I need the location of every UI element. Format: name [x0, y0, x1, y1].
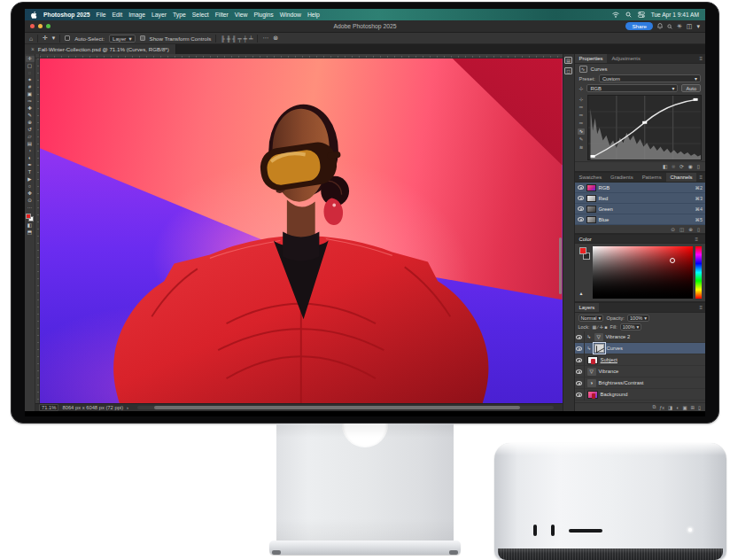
panel-menu-icon[interactable]: ≡ [692, 237, 701, 242]
gray-point-eyedropper-icon[interactable]: ✑ [578, 113, 585, 119]
menu-item-layer[interactable]: Layer [151, 12, 167, 18]
fill-field[interactable]: 100% ▾ [620, 323, 642, 331]
layer-row-vibrance[interactable]: ▽ Vibrance [575, 366, 705, 377]
show-transform-controls-checkbox[interactable] [140, 35, 145, 41]
dodge-tool[interactable]: ◐ [26, 155, 35, 161]
menu-item-select[interactable]: Select [192, 12, 209, 18]
blur-tool[interactable]: ◔ [26, 148, 35, 154]
collapsed-comments-panel-icon[interactable]: ◻ [564, 67, 572, 74]
canvas-horizontal-scrollbar[interactable] [137, 406, 554, 409]
workspace-switcher-icon[interactable]: ◫ [687, 23, 693, 30]
save-selection-icon[interactable]: ◫ [680, 227, 684, 232]
visibility-eye-icon[interactable] [578, 196, 584, 200]
minimize-window-button[interactable] [38, 24, 43, 28]
canvas-vertical-scrollbar[interactable] [559, 237, 562, 294]
zoom-tool[interactable]: ⊙ [26, 198, 35, 204]
hand-tool[interactable]: ✥ [26, 191, 35, 197]
target-adjust-icon[interactable]: ⊹ [578, 97, 585, 103]
menu-item-help[interactable]: Help [307, 12, 320, 18]
healing-brush-tool[interactable]: ✚ [26, 105, 35, 112]
close-tab-icon[interactable]: × [31, 46, 35, 52]
menu-item-file[interactable]: File [97, 12, 106, 18]
channel-dropdown[interactable]: RGB ▾ [586, 84, 678, 92]
layer-row-curves[interactable]: ↳ Curves [575, 343, 705, 354]
control-center-icon[interactable] [638, 12, 645, 18]
gradient-tool[interactable]: ▤ [26, 141, 35, 147]
curves-editor[interactable] [587, 95, 702, 160]
tab-color[interactable]: Color [579, 237, 592, 242]
status-chevron-icon[interactable]: › [127, 405, 128, 410]
history-brush-tool[interactable]: ↺ [26, 127, 35, 133]
hue-slider[interactable] [695, 246, 702, 299]
targeted-adjustment-icon[interactable]: ⊹ [579, 86, 584, 91]
notifications-bell-icon[interactable] [657, 23, 663, 29]
screen-mode-icon[interactable]: ⬒ [26, 229, 35, 236]
lock-icons[interactable]: ▦ ∕ ✛ ■ [592, 324, 607, 330]
foreground-color-swatch[interactable] [579, 247, 586, 254]
visibility-eye-icon[interactable] [575, 354, 585, 366]
draw-curve-pencil-icon[interactable]: ✎ [578, 136, 585, 143]
canvas[interactable] [40, 58, 563, 403]
panel-menu-icon[interactable]: ≡ [696, 173, 705, 182]
document-tab[interactable]: × Fall-Winter-Collection.psd @ 71.1% (Cu… [25, 44, 176, 54]
zoom-window-button[interactable] [46, 24, 50, 28]
channel-row-blue[interactable]: Blue ⌘5 [575, 214, 705, 225]
alignment-icons[interactable]: ╟ ╫ ╢ ╤ ╪ ╧ [221, 35, 252, 42]
new-channel-icon[interactable]: ⊕ [688, 227, 693, 232]
eyedropper-tool[interactable]: ✑ [26, 98, 35, 105]
tab-swatches[interactable]: Swatches [575, 173, 607, 182]
frame-tool[interactable]: ▣ [26, 91, 35, 97]
channel-row-red[interactable]: Red ⌘3 [575, 193, 705, 204]
foreground-color-swatch[interactable] [26, 214, 31, 219]
tab-properties[interactable]: Properties [575, 54, 608, 63]
layer-row-background[interactable]: Background [575, 389, 705, 401]
zoom-level-field[interactable]: 71.1% [39, 404, 58, 411]
menu-item-image[interactable]: Image [128, 12, 145, 18]
saturation-brightness-field[interactable] [593, 246, 693, 299]
snap-icon[interactable]: ⊜ [273, 35, 278, 42]
clip-to-layer-icon[interactable]: ◧ [663, 164, 667, 169]
adjustment-layer-icon[interactable]: ◐ [676, 405, 679, 410]
auto-select-checkbox[interactable] [65, 35, 70, 41]
tab-channels[interactable]: Channels [666, 173, 697, 182]
layer-row-vibrance-2[interactable]: ↳ ▽ Vibrance 2 [575, 331, 705, 343]
layer-mask-icon[interactable]: ◨ [668, 405, 672, 410]
menu-item-window[interactable]: Window [280, 12, 301, 18]
brush-tool[interactable]: ✎ [26, 113, 35, 119]
tab-gradients[interactable]: Gradients [606, 173, 638, 182]
blend-mode-dropdown[interactable]: Normal ▾ [579, 315, 604, 322]
visibility-eye-icon[interactable] [575, 366, 585, 377]
panel-menu-icon[interactable]: ≡ [696, 303, 705, 312]
channel-row-rgb[interactable]: RGB ⌘2 [575, 183, 705, 193]
visibility-eye-icon[interactable] [578, 217, 584, 222]
discover-icon[interactable]: ✳ [677, 23, 682, 30]
visibility-eye-icon[interactable] [575, 331, 585, 343]
view-previous-state-icon[interactable]: ⌾ [672, 164, 674, 170]
lasso-tool[interactable]: ◌ [26, 70, 35, 76]
link-layers-icon[interactable]: ⧉ [652, 404, 656, 410]
white-point-eyedropper-icon[interactable]: ✑ [578, 121, 585, 127]
more-options-icon[interactable]: ⋯ [262, 35, 268, 42]
tab-patterns[interactable]: Patterns [638, 173, 666, 182]
share-button[interactable]: Share [625, 22, 653, 30]
move-tool[interactable]: ✛ [26, 56, 35, 62]
load-selection-icon[interactable]: ⊙ [671, 227, 675, 232]
visibility-eye-icon[interactable] [578, 185, 584, 190]
menu-item-photoshop[interactable]: Photoshop 2025 [43, 12, 90, 18]
menu-bar-clock[interactable]: Tue Apr 1 9:41 AM [651, 12, 699, 18]
marquee-tool[interactable]: ▢ [26, 63, 35, 69]
layer-thumbnail[interactable] [587, 356, 598, 364]
opacity-field[interactable]: 100% ▾ [627, 315, 649, 322]
preset-dropdown[interactable]: Custom ▾ [599, 74, 701, 82]
crop-tool[interactable]: # [26, 84, 35, 90]
apple-menu-icon[interactable] [31, 12, 37, 19]
edit-points-curve-icon[interactable]: ∿ [578, 128, 585, 135]
type-tool[interactable]: T [26, 169, 35, 175]
toggle-visibility-icon[interactable]: ◉ [688, 164, 693, 169]
pen-tool[interactable]: ✒ [26, 162, 35, 168]
search-icon[interactable] [667, 24, 672, 29]
shape-tool[interactable]: ○ [26, 183, 35, 190]
eraser-tool[interactable]: ▱ [26, 134, 35, 140]
curves-adjustment-thumbnail[interactable] [594, 344, 604, 353]
wifi-icon[interactable] [612, 12, 619, 18]
